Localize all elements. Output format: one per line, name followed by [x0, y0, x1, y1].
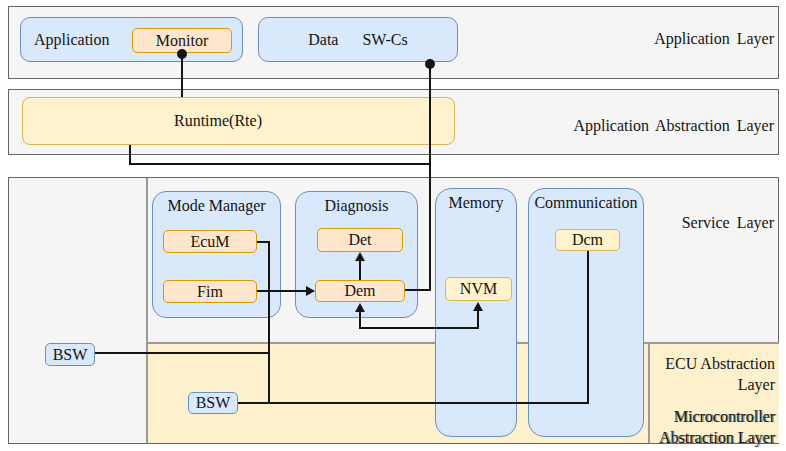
dem-det-arrowhead-icon [355, 252, 365, 261]
bsw-bottom-box: BSW [188, 392, 238, 414]
nvm-label: NVM [460, 280, 497, 298]
fim-box: Fim [163, 280, 257, 303]
swcs-dem-connector-vertical [429, 64, 431, 291]
memory-label: Memory [448, 194, 503, 211]
memory-box: Memory [435, 188, 517, 437]
ecum-label: EcuM [190, 233, 229, 251]
ecum-box: EcuM [163, 230, 257, 253]
data-swc-box: Data SW-Cs [258, 17, 458, 62]
fim-dem-arrowhead-icon [306, 286, 315, 296]
dem-nvm-right-vertical [477, 310, 479, 329]
dem-det-connector [359, 260, 361, 280]
diagnosis-label: Diagnosis [325, 197, 389, 214]
dcm-down-connector [587, 251, 589, 404]
rte-label: Runtime(Rte) [23, 112, 413, 130]
fim-dem-connector [257, 290, 307, 292]
bsw-left-connector [95, 352, 270, 354]
communication-box: Communication [528, 188, 644, 437]
ecu-abstraction-layer-label: ECU Abstraction Layer [655, 353, 775, 395]
dem-right-connector [405, 289, 431, 291]
dem-label: Dem [344, 282, 375, 300]
swcs-label: SW-Cs [362, 31, 407, 49]
monitor-label: Monitor [156, 32, 208, 50]
det-label: Det [348, 231, 371, 249]
bsw-bottom-label: BSW [196, 394, 231, 412]
rte-horizontal-connector [129, 163, 430, 165]
rte-down-connector [129, 145, 131, 165]
nvm-arrowhead-icon [473, 302, 483, 311]
bsw-left-box: BSW [45, 343, 95, 366]
dem-nvm-horizontal [359, 327, 479, 329]
nvm-box: NVM [445, 277, 512, 301]
communication-label: Communication [534, 194, 637, 211]
data-label: Data [308, 31, 338, 49]
det-box: Det [317, 228, 403, 252]
dcm-label: Dcm [572, 231, 603, 249]
mode-manager-label: Mode Manager [167, 197, 265, 214]
bsw-bottom-connector [238, 402, 589, 404]
dcm-box: Dcm [555, 229, 620, 251]
service-left-divider [146, 178, 148, 443]
microcontroller-abstraction-layer-label: Microcontroller Abstraction Layer [640, 406, 775, 448]
autosar-architecture-diagram: Application Layer Application Abstractio… [0, 0, 786, 451]
ecum-down-connector [268, 241, 270, 404]
monitor-rte-connector [181, 54, 183, 97]
rte-box: Runtime(Rte) [22, 97, 455, 145]
dem-box: Dem [315, 280, 405, 302]
swcs-connector-dot [425, 59, 435, 69]
monitor-connector-dot [177, 49, 187, 59]
application-swc-label: Application [34, 31, 110, 49]
fim-label: Fim [197, 283, 223, 301]
bsw-left-label: BSW [53, 346, 88, 364]
application-abstraction-layer-label: Application Abstraction Layer [524, 117, 774, 135]
application-layer-label: Application Layer [574, 30, 774, 48]
